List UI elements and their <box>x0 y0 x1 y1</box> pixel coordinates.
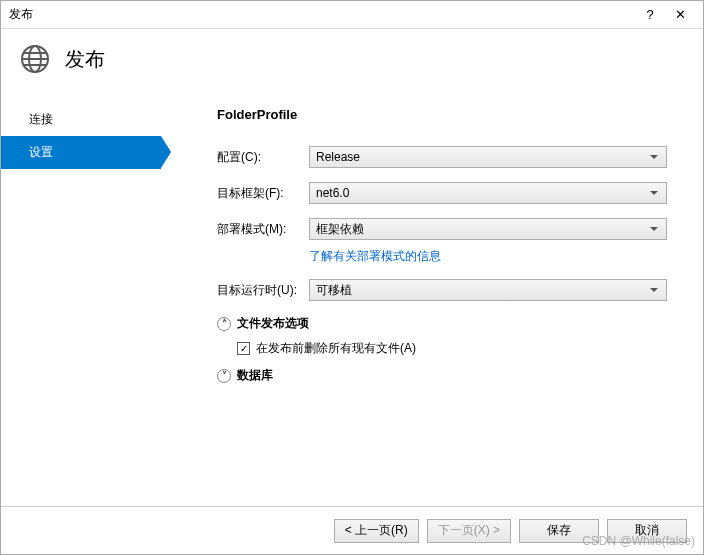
label-deployment-mode: 部署模式(M): <box>217 221 309 238</box>
link-deployment-mode-info[interactable]: 了解有关部署模式的信息 <box>309 248 667 265</box>
sidebar: 连接 设置 <box>1 103 161 392</box>
select-value: 框架依赖 <box>316 221 364 238</box>
sidebar-item-label: 设置 <box>29 145 53 159</box>
help-button[interactable]: ? <box>635 1 665 29</box>
row-target-framework: 目标框架(F): net6.0 <box>217 182 667 204</box>
chevron-up-icon: ˄ <box>217 317 231 331</box>
footer: < 上一页(R) 下一页(X) > 保存 取消 <box>1 506 703 554</box>
save-button[interactable]: 保存 <box>519 519 599 543</box>
header: 发布 <box>1 29 703 93</box>
select-deployment-mode[interactable]: 框架依赖 <box>309 218 667 240</box>
section-title: 数据库 <box>237 367 273 384</box>
row-configuration: 配置(C): Release <box>217 146 667 168</box>
sidebar-item-label: 连接 <box>29 112 53 126</box>
content: FolderProfile 配置(C): Release 目标框架(F): ne… <box>161 103 703 392</box>
label-target-runtime: 目标运行时(U): <box>217 282 309 299</box>
sidebar-item-settings[interactable]: 设置 <box>1 136 161 169</box>
select-target-runtime[interactable]: 可移植 <box>309 279 667 301</box>
checkbox-icon: ✓ <box>237 342 250 355</box>
row-target-runtime: 目标运行时(U): 可移植 <box>217 279 667 301</box>
label-configuration: 配置(C): <box>217 149 309 166</box>
section-title: 文件发布选项 <box>237 315 309 332</box>
window-title: 发布 <box>9 6 635 23</box>
section-file-publish-options[interactable]: ˄ 文件发布选项 <box>217 315 667 332</box>
label-target-framework: 目标框架(F): <box>217 185 309 202</box>
select-value: 可移植 <box>316 282 352 299</box>
page-title: 发布 <box>65 46 105 73</box>
select-value: Release <box>316 150 360 164</box>
section-database[interactable]: ˅ 数据库 <box>217 367 667 384</box>
select-value: net6.0 <box>316 186 349 200</box>
select-target-framework[interactable]: net6.0 <box>309 182 667 204</box>
next-button: 下一页(X) > <box>427 519 511 543</box>
globe-icon <box>19 43 51 75</box>
checkbox-delete-existing-files[interactable]: ✓ 在发布前删除所有现有文件(A) <box>237 340 667 357</box>
checkbox-label: 在发布前删除所有现有文件(A) <box>256 340 416 357</box>
cancel-button[interactable]: 取消 <box>607 519 687 543</box>
sidebar-item-connection[interactable]: 连接 <box>1 103 161 136</box>
titlebar: 发布 ? ✕ <box>1 1 703 29</box>
chevron-down-icon: ˅ <box>217 369 231 383</box>
row-deployment-mode: 部署模式(M): 框架依赖 <box>217 218 667 240</box>
prev-button[interactable]: < 上一页(R) <box>334 519 419 543</box>
close-button[interactable]: ✕ <box>665 1 695 29</box>
profile-title: FolderProfile <box>217 107 667 122</box>
main: 连接 设置 FolderProfile 配置(C): Release 目标框架(… <box>1 93 703 392</box>
select-configuration[interactable]: Release <box>309 146 667 168</box>
